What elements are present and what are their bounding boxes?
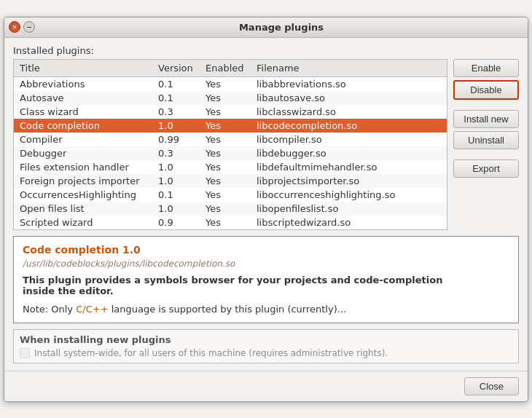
cell-title: OccurrencesHighlighting: [17, 189, 155, 201]
content-area: Installed plugins: Title Version Enabled…: [4, 38, 528, 371]
detail-version: 1.0: [122, 244, 141, 256]
cell-filename: libdebugger.so: [254, 147, 444, 159]
enable-button[interactable]: Enable: [453, 59, 519, 77]
system-wide-label: Install system-wide, for all users of th…: [34, 348, 388, 358]
cell-filename: libcompiler.so: [254, 133, 444, 146]
cell-enabled: Yes: [203, 161, 254, 173]
installed-label: Installed plugins:: [13, 45, 519, 56]
cell-version: 0.3: [155, 106, 203, 118]
cell-version: 0.9: [155, 216, 203, 229]
table-row[interactable]: Debugger 0.3 Yes libdebugger.so: [14, 146, 447, 160]
cell-filename: libautosave.so: [254, 92, 444, 104]
table-row[interactable]: Class wizard 0.3 Yes libclasswizard.so: [14, 105, 447, 119]
table-row[interactable]: Abbreviations 0.1 Yes libabbreviations.s…: [14, 77, 447, 91]
detail-box: Code completion 1.0 /usr/lib/codeblocks/…: [13, 236, 519, 323]
titlebar: × − Manage plugins: [4, 17, 528, 38]
col-enabled: Enabled: [203, 61, 254, 75]
table-row[interactable]: Foreign projects importer 1.0 Yes libpro…: [14, 174, 447, 188]
cell-filename: libopenfileslist.so: [254, 202, 444, 215]
table-header: Title Version Enabled Filename: [14, 60, 447, 77]
table-row[interactable]: Scripted wizard 0.9 Yes libscriptedwizar…: [14, 216, 447, 229]
cell-version: 0.1: [155, 189, 203, 201]
cell-filename: libabbreviations.so: [254, 78, 444, 90]
cell-filename: libprojectsimporter.so: [254, 175, 444, 187]
cell-version: 1.0: [155, 175, 203, 187]
bottom-section: When installing new plugins Install syst…: [13, 329, 519, 363]
cell-version: 1.0: [155, 119, 203, 132]
table-row[interactable]: Code completion 1.0 Yes libcodecompletio…: [14, 119, 447, 133]
table-row[interactable]: Autosave 0.1 Yes libautosave.so: [14, 91, 447, 105]
cell-filename: libcodecompletion.so: [254, 119, 444, 132]
cell-title: Abbreviations: [17, 78, 155, 90]
cell-enabled: Yes: [203, 147, 254, 159]
detail-plugin-name: Code completion: [23, 244, 119, 256]
table-row[interactable]: OccurrencesHighlighting 0.1 Yes liboccur…: [14, 188, 447, 202]
main-area: Title Version Enabled Filename Abbreviat…: [13, 59, 519, 230]
cell-title: Autosave: [17, 92, 155, 104]
sidebar-buttons: Enable Disable Install new Uninstall Exp…: [453, 59, 519, 230]
cell-enabled: Yes: [203, 189, 254, 201]
cell-title: Class wizard: [17, 106, 155, 118]
table-body: Abbreviations 0.1 Yes libabbreviations.s…: [14, 77, 447, 229]
table-row[interactable]: Files extension handler 1.0 Yes libdefau…: [14, 160, 447, 174]
checkbox-row: Install system-wide, for all users of th…: [20, 348, 512, 358]
cell-enabled: Yes: [203, 106, 254, 118]
col-filename: Filename: [254, 61, 444, 75]
window-title: Manage plugins: [39, 22, 523, 33]
window-minimize-button[interactable]: −: [23, 21, 35, 33]
install-new-button[interactable]: Install new: [453, 110, 519, 128]
cell-filename: libdefaultmimehandler.so: [254, 161, 444, 173]
close-button[interactable]: Close: [464, 377, 519, 395]
bottom-label: When installing new plugins: [20, 334, 512, 345]
detail-path: /usr/lib/codeblocks/plugins/libcodecompl…: [23, 259, 509, 269]
table-row[interactable]: Compiler 0.99 Yes libcompiler.so: [14, 133, 447, 146]
cell-version: 0.3: [155, 147, 203, 159]
detail-description: This plugin provides a symbols browser f…: [23, 275, 509, 296]
cell-version: 0.1: [155, 78, 203, 90]
plugins-table: Title Version Enabled Filename Abbreviat…: [13, 59, 447, 230]
window-controls: × −: [9, 21, 35, 33]
cell-title: Scripted wizard: [17, 216, 155, 229]
export-button[interactable]: Export: [453, 159, 519, 178]
cell-enabled: Yes: [203, 119, 254, 132]
window-close-button[interactable]: ×: [9, 21, 20, 33]
disable-button[interactable]: Disable: [453, 80, 519, 100]
detail-note-highlight: C/C++: [76, 304, 108, 315]
uninstall-button[interactable]: Uninstall: [453, 131, 519, 149]
cell-enabled: Yes: [203, 202, 254, 215]
col-title: Title: [17, 61, 155, 75]
detail-title: Code completion 1.0: [23, 244, 509, 256]
cell-title: Code completion: [17, 119, 155, 132]
cell-filename: liboccurrenceshighlighting.so: [254, 189, 444, 201]
cell-version: 1.0: [155, 161, 203, 173]
cell-filename: libclasswizard.so: [254, 106, 444, 118]
cell-title: Files extension handler: [17, 161, 155, 173]
cell-enabled: Yes: [203, 78, 254, 90]
cell-filename: libscriptedwizard.so: [254, 216, 444, 229]
manage-plugins-window: × − Manage plugins Installed plugins: Ti…: [4, 17, 528, 402]
cell-title: Debugger: [17, 147, 155, 159]
cell-title: Compiler: [17, 133, 155, 146]
col-version: Version: [155, 61, 203, 75]
cell-version: 0.99: [155, 133, 203, 146]
cell-enabled: Yes: [203, 133, 254, 146]
footer: Close: [4, 371, 528, 401]
cell-enabled: Yes: [203, 175, 254, 187]
cell-title: Foreign projects importer: [17, 175, 155, 187]
system-wide-checkbox[interactable]: [20, 348, 30, 358]
cell-version: 0.1: [155, 92, 203, 104]
cell-enabled: Yes: [203, 216, 254, 229]
cell-version: 1.0: [155, 202, 203, 215]
cell-enabled: Yes: [203, 92, 254, 104]
table-row[interactable]: Open files list 1.0 Yes libopenfileslist…: [14, 202, 447, 216]
cell-title: Open files list: [17, 202, 155, 215]
detail-note: Note: Only C/C++ language is supported b…: [23, 304, 509, 315]
